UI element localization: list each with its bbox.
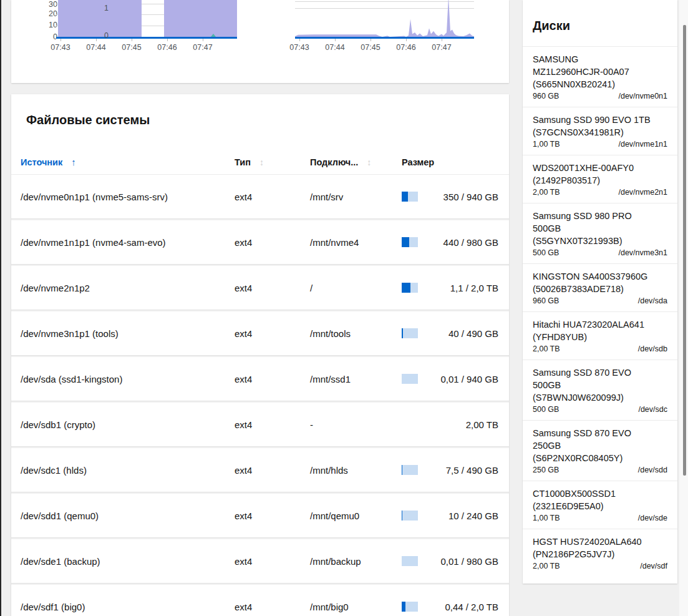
sort-icon: ↕ xyxy=(259,157,264,167)
disk-size: 2,00 TB xyxy=(533,188,560,197)
column-label: Подключ... xyxy=(310,157,358,167)
disk-list-item[interactable]: Samsung SSD 870 EVO 250GB (S6P2NX0RC0840… xyxy=(523,420,677,481)
usage-bar-fill xyxy=(402,192,408,202)
fs-source: /dev/sdb1 (crypto) xyxy=(21,419,235,430)
fs-mountpoint: /mnt/ssd1 xyxy=(310,374,402,384)
disk-name: Samsung SSD 990 EVO 1TB (S7GCNS0X341981R… xyxy=(533,114,667,139)
fs-size: 0,01 / 980 GB xyxy=(440,556,498,567)
disk-device-path: /dev/sde xyxy=(638,514,667,522)
usage-bar xyxy=(402,192,418,202)
table-row[interactable]: /dev/nvme1n1p1 (nvme4-sam-evo) ext4 /mnt… xyxy=(11,220,509,264)
table-row[interactable]: /dev/sde1 (backup) ext4 /mnt/backup 0,01… xyxy=(11,539,509,583)
fs-type: ext4 xyxy=(235,602,310,612)
fs-source: /dev/nvme1n1p1 (nvme4-sam-evo) xyxy=(21,237,235,248)
table-row[interactable]: /dev/sdf1 (big0) ext4 /mnt/big0 0,44 / 2… xyxy=(11,585,509,616)
disk-name: HGST HUS724020ALA640 (PN2186P2G5JV7J) xyxy=(533,535,667,560)
fs-mountpoint: /mnt/tools xyxy=(310,328,402,339)
disk-name: KINGSTON SA400S37960G (50026B7383ADE718) xyxy=(533,270,667,295)
axis-tick xyxy=(96,39,97,41)
disk-device-path: /dev/nvme3n1 xyxy=(618,248,667,257)
y-axis-label: 10 xyxy=(39,21,57,29)
disk-name: Hitachi HUA723020ALA641 (YFHD8YUB) xyxy=(533,318,667,343)
filesystems-title: Файловые системы xyxy=(26,113,509,127)
fs-mountpoint: / xyxy=(310,283,402,293)
fs-type: ext4 xyxy=(235,419,310,430)
table-row[interactable]: /dev/sda (ssd1-kingston) ext4 /mnt/ssd1 … xyxy=(11,357,509,401)
usage-bar-fill xyxy=(402,237,409,247)
column-header-type[interactable]: Тип ↕ xyxy=(235,157,310,167)
fs-size: 2,00 TB xyxy=(466,419,498,430)
fs-source: /dev/sdc1 (hlds) xyxy=(21,465,235,476)
disk-size: 1,00 TB xyxy=(533,514,560,522)
axis-tick xyxy=(132,39,132,41)
fs-size: 440 / 980 GB xyxy=(443,237,498,248)
axis-tick xyxy=(335,39,336,41)
table-row[interactable]: /dev/sdb1 (crypto) ext4 - 2,00 TB xyxy=(11,403,509,446)
disk-device-path: /dev/nvme1n1 xyxy=(618,140,667,149)
axis-tick xyxy=(406,39,407,41)
disk-size: 500 GB xyxy=(533,248,559,257)
fs-mountpoint: /mnt/qemu0 xyxy=(310,511,402,521)
filesystems-card: Файловые системы Источник ↑ Тип ↕ Подклю… xyxy=(11,94,509,616)
fs-source: /dev/sda (ssd1-kingston) xyxy=(21,374,235,384)
disks-title: Диски xyxy=(523,0,677,47)
table-row[interactable]: /dev/nvme3n1p1 (tools) ext4 /mnt/tools 4… xyxy=(11,311,509,355)
disk-list-item[interactable]: WDS200T1XHE-00AFY0 (21492P803517) 2,00 T… xyxy=(523,155,677,203)
x-axis-label: 07:45 xyxy=(361,43,380,52)
fs-size: 40 / 490 GB xyxy=(448,328,498,339)
fs-size: 1,1 / 2,0 TB xyxy=(450,283,498,293)
x-axis-label: 07:44 xyxy=(325,43,344,52)
disk-list-item[interactable]: Samsung SSD 990 EVO 1TB (S7GCNS0X341981R… xyxy=(523,107,677,155)
disk-list-item[interactable]: SAMSUNG MZ1L2960HCJR-00A07 (S665NN0XB202… xyxy=(523,47,677,107)
usage-bar xyxy=(402,237,418,247)
x-axis-label: 07:47 xyxy=(432,43,451,52)
column-header-mountpoint[interactable]: Подключ... ↕ xyxy=(310,157,402,167)
disk-size: 960 GB xyxy=(533,296,559,305)
usage-bar-fill xyxy=(402,511,402,521)
disk-list-item[interactable]: CT1000BX500SSD1 (2321E6D9E5A0) 1,00 TB /… xyxy=(523,481,677,529)
disk-list-item[interactable]: Hitachi HUA723020ALA641 (YFHD8YUB) 2,00 … xyxy=(523,311,677,359)
cockpit-storage-page: { "colors": { "accent_blue": "#0066cc", … xyxy=(0,0,688,616)
x-axis-label: 07:45 xyxy=(122,43,141,52)
disk-device-path: /dev/sdc xyxy=(638,405,667,414)
table-row[interactable]: /dev/sdc1 (hlds) ext4 /mnt/hlds 7,5 / 49… xyxy=(11,448,509,492)
fs-size: 0,01 / 940 GB xyxy=(440,374,498,384)
y-axis-label: 0 xyxy=(90,31,109,40)
axis-tick xyxy=(371,39,371,41)
x-axis-label: 07:44 xyxy=(86,43,105,52)
axis-tick xyxy=(61,39,61,41)
table-row[interactable]: /dev/nvme0n1p1 (nvme5-sams-srv) ext4 /mn… xyxy=(11,175,509,218)
sort-ascending-icon: ↑ xyxy=(71,157,76,167)
column-label: Источник xyxy=(21,157,62,167)
column-header-source[interactable]: Источник ↑ xyxy=(21,157,235,167)
disk-list-item[interactable]: KINGSTON SA400S37960G (50026B7383ADE718)… xyxy=(523,263,677,311)
fs-size: 350 / 940 GB xyxy=(443,192,498,202)
fs-type: ext4 xyxy=(235,192,310,202)
disk-device-path: /dev/sdb xyxy=(638,345,667,353)
scrollbar-thumb[interactable] xyxy=(683,25,686,476)
disk-list-item[interactable]: Samsung SSD 870 EVO 500GB (S7BWNJ0W62009… xyxy=(523,359,677,420)
table-row[interactable]: /dev/sdd1 (qemu0) ext4 /mnt/qemu0 10 / 2… xyxy=(11,494,509,537)
disk-name: Samsung SSD 870 EVO 500GB (S7BWNJ0W62009… xyxy=(533,366,667,404)
fs-size: 7,5 / 490 GB xyxy=(446,465,498,476)
fs-source: /dev/nvme3n1p1 (tools) xyxy=(21,328,235,339)
fs-mountpoint: /mnt/hlds xyxy=(310,465,402,476)
chart-plot-area xyxy=(295,0,474,39)
axis-tick xyxy=(203,39,203,41)
chart-area-fill xyxy=(164,0,237,37)
disk-size: 250 GB xyxy=(533,466,559,474)
fs-size: 0,44 / 2,0 TB xyxy=(445,602,498,612)
table-row[interactable]: /dev/nvme2n1p2 ext4 / 1,1 / 2,0 TB xyxy=(11,266,509,310)
usage-bar xyxy=(402,511,418,521)
fs-source: /dev/sde1 (backup) xyxy=(21,556,235,567)
disk-device-path: /dev/sdf xyxy=(640,562,667,570)
disk-list-item[interactable]: HGST HUS724020ALA640 (PN2186P2G5JV7J) 2,… xyxy=(523,529,677,577)
disk-list-item[interactable]: Samsung SSD 980 PRO 500GB (S5GYNX0T32199… xyxy=(523,203,677,263)
fs-source: /dev/nvme0n1p1 (nvme5-sams-srv) xyxy=(21,192,235,202)
axis-tick xyxy=(299,39,300,41)
chart-plot-area xyxy=(56,0,237,39)
usage-charts-card: 30 20 10 0 1 0 07:4307:4407:4507:4607:47… xyxy=(11,0,509,83)
disk-size: 500 GB xyxy=(533,405,559,414)
filesystems-rows: /dev/nvme0n1p1 (nvme5-sams-srv) ext4 /mn… xyxy=(11,175,509,616)
y-axis-label: 30 xyxy=(39,0,57,9)
